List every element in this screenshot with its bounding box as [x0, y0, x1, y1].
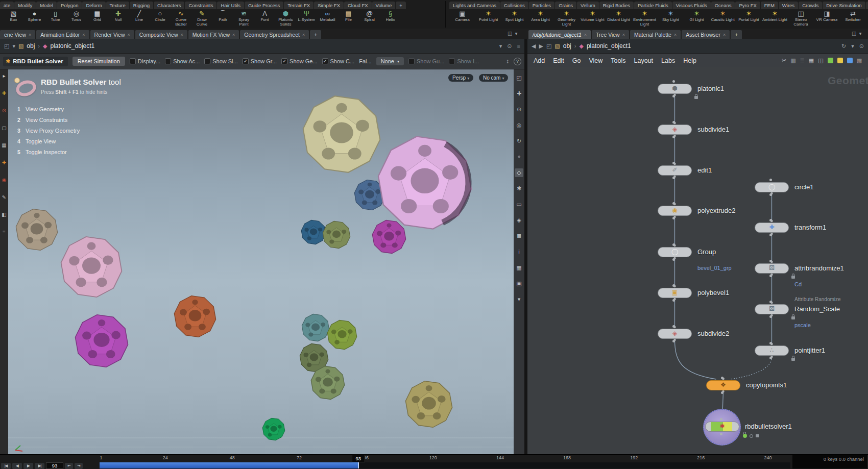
timeline-track[interactable]	[100, 462, 790, 468]
network-toolbar-icon-4[interactable]: ◫	[818, 57, 823, 64]
shelf-tab-rigid-bodies[interactable]: Rigid Bodies	[599, 2, 634, 9]
shelf-tab-volume[interactable]: Volume	[372, 2, 396, 9]
pane-tab-motion-fx-view[interactable]: Motion FX View×	[188, 30, 239, 39]
shelf-tool-geometry-light[interactable]: ✶Geometry Light	[553, 10, 580, 29]
shelf-tool-platonic-solids[interactable]: ⬢Platonic Solids	[275, 10, 296, 29]
node-body-platonic1[interactable]: ⬢	[658, 84, 692, 94]
viewport-left-tool-icon-8[interactable]: ◧	[2, 212, 6, 217]
breadcrumb-node[interactable]: platonic_object1	[587, 42, 631, 50]
network-toolbar-color-icon-5[interactable]	[828, 58, 833, 63]
refresh-icon[interactable]: ↻	[841, 43, 846, 50]
viewport-right-tool-icon-3[interactable]: ◎	[515, 121, 523, 130]
active-tool-chip[interactable]: ✱RBD Bullet Solver	[3, 57, 68, 66]
pane-split-icon[interactable]: ◫	[852, 31, 856, 36]
network-menu-help[interactable]: Help	[683, 57, 696, 64]
close-tab-icon[interactable]: ×	[584, 32, 587, 37]
pane-tab-animation-editor[interactable]: Animation Editor×	[36, 30, 89, 39]
viewport-left-tool-icon-3[interactable]: ▢	[2, 126, 6, 131]
close-tab-icon[interactable]: ×	[622, 32, 625, 37]
node-body-subdivide2[interactable]: ◈	[658, 329, 692, 339]
shelf-tool-volume-light[interactable]: ✶Volume Light	[580, 10, 606, 29]
shelf-tool-path[interactable]: ⌒Path	[212, 10, 233, 29]
node-body-circle1[interactable]: ◯	[755, 182, 789, 192]
shelf-tool-switcher[interactable]: ⇄Switcher	[840, 10, 866, 29]
reset-simulation-button[interactable]: Reset Simulation	[73, 57, 125, 66]
frame-field[interactable]: 93	[46, 462, 63, 469]
viewport-left-tool-icon-6[interactable]: ◉	[2, 178, 7, 183]
shelf-tab-terrain-fx[interactable]: Terrain FX	[284, 2, 314, 9]
shelf-tab-item[interactable]: +	[866, 2, 868, 9]
bypass-flag-icon[interactable]	[750, 434, 753, 438]
viewport-left-tool-icon-2[interactable]: ⊙	[2, 108, 6, 113]
forward-icon[interactable]: ▶	[539, 43, 543, 50]
shelf-tool-stereo-camera[interactable]: ◫Stereo Camera	[788, 10, 814, 29]
node-body-edit1[interactable]: ✐	[658, 165, 692, 176]
node-body-random_scale[interactable]: ⚄	[755, 304, 789, 314]
shelf-tool-file[interactable]: ▤File	[338, 10, 359, 29]
viewport-right-tool-icon-10[interactable]: ≣	[515, 232, 523, 240]
toggle-show-gr[interactable]: ✓Show Gr...	[243, 58, 277, 64]
network-menu-go[interactable]: Go	[572, 57, 581, 64]
pane-type-icon[interactable]: ◰	[546, 43, 551, 50]
shelf-tab-drive-simulation[interactable]: Drive Simulation	[823, 2, 865, 9]
pane-split-icon[interactable]: ◫	[508, 31, 512, 36]
shelf-tab-texture[interactable]: Texture	[106, 2, 129, 9]
close-tab-icon[interactable]: ×	[232, 32, 235, 37]
viewport-right-tool-icon-5[interactable]: ⌖	[515, 153, 523, 161]
close-tab-icon[interactable]: ×	[82, 32, 85, 37]
shelf-tab-viscous-fluids[interactable]: Viscous Fluids	[672, 2, 711, 9]
shelf-tab-modify[interactable]: Modify	[14, 2, 36, 9]
shelf-tool-distant-light[interactable]: ✶Distant Light	[606, 10, 632, 29]
display-flag-icon[interactable]	[743, 434, 747, 438]
viewport-right-tool-icon-8[interactable]: ▭	[515, 200, 523, 209]
shelf-tool-box[interactable]: ▧Box	[3, 10, 24, 29]
node-body-polyextrude2[interactable]: ◉	[658, 206, 692, 216]
pane-tab-obj-platonic-object1[interactable]: /obj/platonic_object1×	[528, 30, 591, 39]
viewport-left-tool-icon-7[interactable]: ✎	[2, 195, 6, 200]
shelf-tab-deform[interactable]: Deform	[82, 2, 105, 9]
shelf-tab-pyro-fx[interactable]: Pyro FX	[735, 2, 760, 9]
shelf-tab-oceans[interactable]: Oceans	[711, 2, 735, 9]
help-icon[interactable]: ?	[514, 58, 521, 65]
node-copytopoints1[interactable]: ❖copytopoints1	[706, 380, 740, 390]
viewport-3d[interactable]: ▸✚⊙▢▦✚◉✎◧≡ RBD Bullet Solver tool Press …	[0, 69, 524, 454]
checkbox[interactable]: ✓	[165, 58, 171, 64]
pane-menu-icon[interactable]: ▾	[859, 31, 861, 36]
node-random_scale[interactable]: ⚄Random_ScaleAttribute Randomizepscale	[755, 304, 789, 314]
network-menu-labs[interactable]: Labs	[661, 57, 675, 64]
shelf-tab-guide-process[interactable]: Guide Process	[245, 2, 283, 9]
checkbox[interactable]: ✓	[243, 58, 249, 64]
shelf-tab-fem[interactable]: FEM	[761, 2, 778, 9]
pane-tab-render-view[interactable]: Render View×	[90, 30, 134, 39]
persp-dropdown[interactable]: Persp▾	[448, 74, 473, 82]
pane-type-caret-icon[interactable]: ▾	[12, 43, 15, 50]
network-menu-add[interactable]: Add	[534, 57, 545, 64]
node-polyextrude2[interactable]: ◉polyextrude2	[658, 206, 692, 216]
node-circle1[interactable]: ◯circle1	[755, 182, 789, 192]
viewport-right-tool-icon-13[interactable]: ▣	[515, 279, 523, 288]
shelf-tool-draw-curve[interactable]: ✎Draw Curve	[191, 10, 212, 29]
pane-menu-icon[interactable]: ▾	[515, 31, 517, 36]
shelf-tab-constraints[interactable]: Constraints	[185, 2, 216, 9]
node-platonic1[interactable]: ⬢platonic1	[658, 84, 692, 94]
close-tab-icon[interactable]: ×	[128, 32, 130, 37]
shelf-tool-metaball[interactable]: ∞Metaball	[317, 10, 338, 29]
transport-button-0[interactable]: |◀	[1, 463, 11, 469]
node-subdivide1[interactable]: ◈subdivide1	[658, 125, 692, 135]
viewport-right-tool-icon-7[interactable]: ✱	[515, 184, 523, 193]
network-toolbar-icon-3[interactable]: ▦	[809, 57, 814, 64]
transport-button-2[interactable]: ▶	[23, 463, 33, 469]
shelf-tool-sphere[interactable]: ●Sphere	[24, 10, 45, 29]
shelf-tool-portal-light[interactable]: ✶Portal Light	[736, 10, 762, 29]
shelf-tool-ambient-light[interactable]: ✶Ambient Light	[762, 10, 788, 29]
viewport-left-tool-icon-9[interactable]: ≡	[3, 230, 6, 235]
dropdown-icon[interactable]: ▾	[499, 43, 502, 50]
pane-tab-tree-view[interactable]: Tree View×	[592, 30, 629, 39]
network-toolbar-icon-8[interactable]: ▧	[857, 57, 862, 64]
shelf-tab-model[interactable]: Model	[36, 2, 57, 9]
shelf-tab-characters[interactable]: Characters	[154, 2, 184, 9]
pane-tab-asset-browser[interactable]: Asset Browser×	[682, 30, 730, 39]
shelf-tab-item[interactable]: +	[396, 2, 406, 9]
shelf-tab-lights-and-cameras[interactable]: Lights and Cameras	[449, 2, 500, 9]
viewport-left-tool-icon-5[interactable]: ✚	[2, 160, 6, 165]
